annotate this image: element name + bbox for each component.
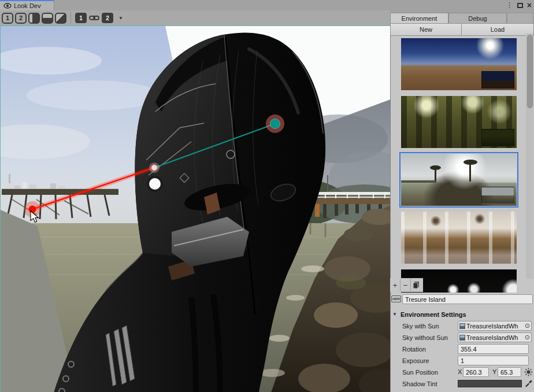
environment-settings-foldout[interactable]: ▼ Environment Settings [392,310,531,319]
duplicate-environment-button[interactable] [411,279,421,291]
side-by-side-view-button[interactable] [28,13,40,24]
chevron-down-icon[interactable]: ▼ [115,16,127,21]
duplicate-icon [413,281,420,289]
tab-environment[interactable]: Environment [390,13,448,23]
sun-y-axis-label: Y [492,368,496,375]
lookdev-viewport[interactable] [0,25,390,392]
single-view-2-button[interactable]: 2 [15,13,27,24]
sky-with-sun-label: Sky with Sun [402,320,457,332]
thumbnail-scrollbar-thumb[interactable] [527,35,533,108]
rotation-label: Rotation [402,343,457,355]
new-environment-button[interactable]: New [390,23,462,36]
sun-position-label: Sun Position [402,367,457,378]
foldout-arrow-icon: ▼ [392,312,397,317]
eyedropper-icon [524,379,532,387]
treasure-island-hdri-thumbnail[interactable] [401,154,517,206]
shadow-tint-swatch[interactable] [458,380,522,387]
sunny-field-no-sun-inset [481,71,514,88]
add-environment-button[interactable]: + [390,279,400,291]
sun-x-axis-label: X [458,368,462,375]
sky-with-sun-value: TreasureIslandWh [466,323,524,330]
environment-settings-title: Environment Settings [400,311,466,318]
rotation-field[interactable]: 355.4 [458,344,529,354]
cubemap-icon [459,335,465,341]
object-picker-icon[interactable]: ⊙ [525,334,530,341]
exposure-label: Exposure [402,355,457,367]
tab-look-dev-label: Look Dev [14,2,40,9]
sun-handle-teal[interactable] [270,119,280,129]
sky-without-sun-label: Sky without Sun [402,332,457,343]
object-picker-icon[interactable]: ⊙ [525,322,530,330]
palm-canopy [463,160,477,165]
lookdev-window: Look Dev ⋮ × 1 2 1 2 ▼ [0,0,534,392]
treasure-island-no-sun-inset [481,187,514,204]
tab-strip-spacer [507,13,533,23]
remove-environment-button[interactable]: − [400,279,410,291]
sky-without-sun-object-field[interactable]: TreasureIslandWh ⊙ [458,332,532,342]
pick-sun-button[interactable] [524,367,533,377]
helmet-screw [227,150,235,158]
helmet-white-dot [148,177,162,191]
palm-canopy [430,165,441,170]
shadow-tint-label: Shadow Tint [402,378,457,390]
sky-without-sun-value: TreasureIslandWh [466,334,524,341]
link-cameras-icon[interactable] [88,13,100,23]
tab-debug[interactable]: Debug [448,13,507,23]
single-view-1-button[interactable]: 1 [2,13,13,24]
scene-render [1,26,390,392]
environment-name-field[interactable]: Tresure Island [402,294,533,304]
camera-2-button[interactable]: 2 [102,13,113,23]
sunny-field-hdri-thumbnail[interactable] [401,38,517,90]
lookdev-toolbar: 1 2 1 2 ▼ [0,10,390,25]
cubemap-icon [459,323,465,329]
church-interior-hdri-thumbnail[interactable] [401,212,517,264]
load-environment-button[interactable]: Load [461,23,534,36]
thumb-pier [401,180,436,183]
camera-1-button[interactable]: 1 [75,13,87,23]
sun-x-field[interactable]: 260.3 [463,367,489,377]
toolbar-separator [71,12,71,24]
environment-list-toolbar: + − [390,278,423,292]
exposure-field[interactable]: 1 [458,356,529,365]
hdr-badge: HDR [391,295,401,302]
sky-with-sun-object-field[interactable]: TreasureIslandWh ⊙ [458,321,532,331]
eyedropper-button[interactable] [524,379,533,388]
forest-hdri-thumbnail[interactable] [401,96,517,148]
eye-icon [3,1,12,11]
sun-handle-red[interactable] [29,206,36,213]
sun-y-field[interactable]: 65.3 [498,367,521,377]
zone-view-button[interactable] [55,13,66,24]
palm-tree-silhouette [469,163,471,182]
sun-icon [524,368,533,376]
forest-no-sun-inset [481,129,514,146]
environment-panel: Environment Debug New Load + − [390,0,534,392]
split-view-button[interactable] [42,13,53,24]
sun-handle-joint[interactable] [151,165,157,171]
tab-look-dev[interactable]: Look Dev [0,0,54,10]
